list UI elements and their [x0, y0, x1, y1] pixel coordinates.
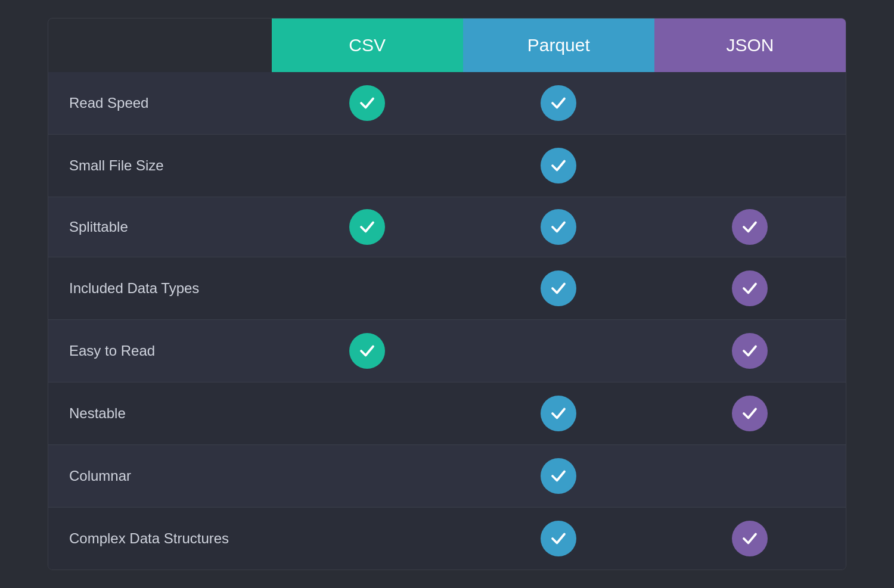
check-icon-parquet-5 [541, 396, 576, 431]
check-icon-csv-4 [349, 333, 385, 369]
cell-csv-6 [272, 445, 463, 508]
cell-json-5 [654, 382, 846, 445]
row-label: Nestable [48, 382, 272, 445]
header-parquet: Parquet [463, 18, 654, 72]
comparison-table: CSV Parquet JSON Read Speed Small File S… [48, 18, 846, 570]
row-label: Included Data Types [48, 257, 272, 320]
check-icon-parquet-7 [541, 521, 576, 556]
comparison-table-wrapper: CSV Parquet JSON Read Speed Small File S… [48, 18, 846, 570]
cell-json-1 [654, 135, 846, 197]
table-row: Nestable [48, 382, 846, 445]
cell-csv-4 [272, 320, 463, 382]
cell-parquet-0 [463, 72, 654, 135]
cell-parquet-7 [463, 508, 654, 570]
check-icon-parquet-1 [541, 148, 576, 183]
header-json: JSON [654, 18, 846, 72]
header-label-col [48, 18, 272, 72]
check-icon-json-5 [732, 396, 768, 431]
cell-csv-5 [272, 382, 463, 445]
cell-csv-7 [272, 508, 463, 570]
cell-parquet-2 [463, 197, 654, 257]
check-icon-parquet-6 [541, 458, 576, 494]
cell-json-2 [654, 197, 846, 257]
table-row: Read Speed [48, 72, 846, 135]
cell-json-7 [654, 508, 846, 570]
header-csv: CSV [272, 18, 463, 72]
cell-parquet-4 [463, 320, 654, 382]
empty-cell-csv-6 [349, 457, 385, 493]
row-label: Read Speed [48, 72, 272, 135]
cell-parquet-1 [463, 135, 654, 197]
empty-cell-csv-7 [349, 519, 385, 555]
table-row: Complex Data Structures [48, 508, 846, 570]
cell-json-6 [654, 445, 846, 508]
table-row: Easy to Read [48, 320, 846, 382]
empty-cell-json-6 [732, 457, 768, 493]
check-icon-csv-0 [349, 85, 385, 121]
empty-cell-parquet-4 [541, 332, 576, 368]
cell-csv-0 [272, 72, 463, 135]
row-label: Small File Size [48, 135, 272, 197]
row-label: Splittable [48, 197, 272, 257]
check-icon-json-7 [732, 521, 768, 556]
cell-parquet-5 [463, 382, 654, 445]
check-icon-parquet-2 [541, 209, 576, 245]
cell-json-3 [654, 257, 846, 320]
empty-cell-csv-1 [349, 147, 385, 182]
table-row: Splittable [48, 197, 846, 257]
cell-csv-1 [272, 135, 463, 197]
check-icon-csv-2 [349, 209, 385, 245]
cell-csv-3 [272, 257, 463, 320]
table-row: Small File Size [48, 135, 846, 197]
table-row: Columnar [48, 445, 846, 508]
row-label: Columnar [48, 445, 272, 508]
empty-cell-csv-3 [349, 269, 385, 305]
cell-csv-2 [272, 197, 463, 257]
check-icon-json-2 [732, 209, 768, 245]
check-icon-json-4 [732, 333, 768, 369]
check-icon-json-3 [732, 270, 768, 306]
check-icon-parquet-0 [541, 85, 576, 121]
table-row: Included Data Types [48, 257, 846, 320]
empty-cell-json-1 [732, 147, 768, 182]
empty-cell-csv-5 [349, 394, 385, 430]
row-label: Complex Data Structures [48, 508, 272, 570]
cell-json-0 [654, 72, 846, 135]
check-icon-parquet-3 [541, 270, 576, 306]
cell-json-4 [654, 320, 846, 382]
cell-parquet-3 [463, 257, 654, 320]
cell-parquet-6 [463, 445, 654, 508]
empty-cell-json-0 [732, 84, 768, 120]
row-label: Easy to Read [48, 320, 272, 382]
